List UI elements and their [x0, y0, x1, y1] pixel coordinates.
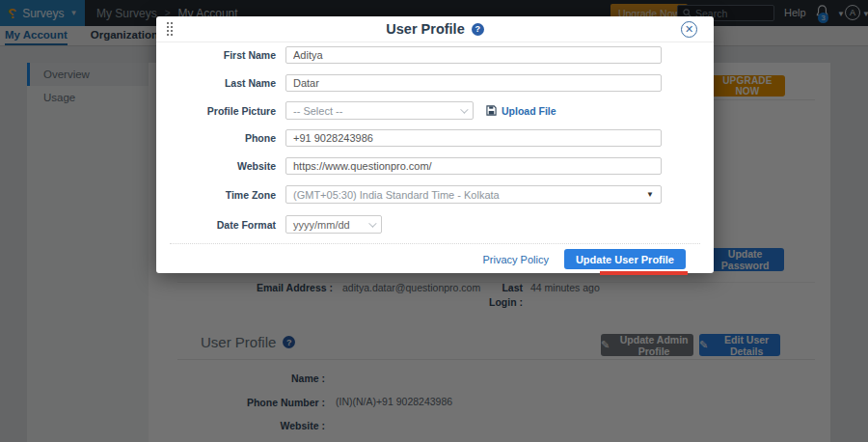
phone-label: Phone	[156, 132, 276, 144]
annotation-underline	[600, 271, 688, 275]
date-format-select[interactable]: yyyy/mm/dd	[285, 215, 382, 234]
date-format-row: Date Format yyyy/mm/dd	[156, 215, 382, 234]
upload-file-control[interactable]: Upload File	[486, 105, 556, 117]
modal-header: User Profile ? ✕	[156, 16, 714, 42]
first-name-input[interactable]	[285, 46, 662, 64]
chevron-down-icon	[460, 105, 468, 113]
website-row: Website	[156, 157, 662, 175]
app-screen: ? Surveys ▼ My Surveys > My Account Upgr…	[0, 0, 868, 442]
time-zone-selected-value: (GMT+05:30) India Standard Time - Kolkat…	[293, 189, 500, 201]
caret-down-icon: ▼	[646, 190, 654, 199]
profile-picture-selected-value: -- Select --	[293, 105, 342, 117]
modal-title-text: User Profile	[386, 21, 464, 37]
phone-row: Phone	[156, 129, 662, 147]
last-name-label: Last Name	[156, 77, 276, 89]
modal-footer: Privacy Policy Update User Profile	[482, 249, 686, 269]
website-input[interactable]	[285, 157, 662, 175]
profile-picture-label: Profile Picture	[156, 105, 276, 117]
website-label: Website	[156, 160, 276, 172]
user-profile-modal: User Profile ? ✕ First Name Last Name Pr…	[156, 16, 714, 273]
date-format-label: Date Format	[156, 219, 276, 231]
chevron-down-icon	[368, 219, 376, 227]
last-name-row: Last Name	[156, 74, 662, 92]
footer-divider	[170, 243, 700, 244]
time-zone-label: Time Zone	[156, 189, 276, 201]
last-name-input[interactable]	[285, 74, 662, 92]
modal-title: User Profile ?	[156, 21, 714, 37]
phone-input[interactable]	[285, 129, 662, 147]
upload-file-icon	[486, 105, 497, 116]
close-icon[interactable]: ✕	[681, 21, 697, 38]
date-format-selected-value: yyyy/mm/dd	[293, 219, 350, 231]
profile-picture-row: Profile Picture -- Select -- Upload File	[156, 101, 556, 120]
first-name-label: First Name	[156, 49, 276, 61]
first-name-row: First Name	[156, 46, 662, 64]
upload-file-link[interactable]: Upload File	[502, 105, 556, 117]
time-zone-select[interactable]: (GMT+05:30) India Standard Time - Kolkat…	[285, 185, 662, 204]
update-user-profile-button[interactable]: Update User Profile	[564, 249, 686, 269]
privacy-policy-link[interactable]: Privacy Policy	[482, 254, 548, 265]
modal-help-icon[interactable]: ?	[472, 23, 484, 36]
time-zone-row: Time Zone (GMT+05:30) India Standard Tim…	[156, 185, 662, 204]
profile-picture-select[interactable]: -- Select --	[285, 101, 474, 120]
